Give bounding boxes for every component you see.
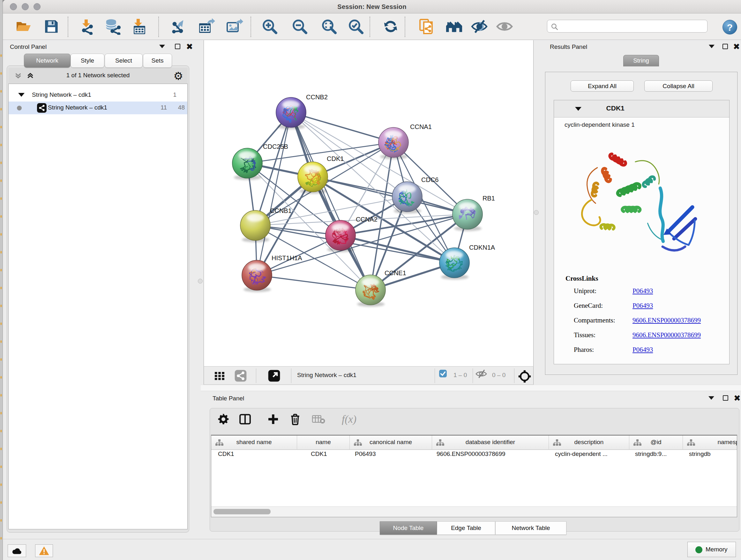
zoom-in-button[interactable] [261,18,278,35]
column-header-description[interactable]: description [549,435,629,450]
column-header-namespace[interactable]: namespace [683,435,737,450]
table-cell[interactable]: CDK1 [311,450,327,463]
open-session-button[interactable] [15,18,32,35]
cloud-button[interactable] [8,544,26,557]
gene-section-header[interactable]: CDK1 [554,100,729,118]
fit-selected-crosshair-icon[interactable] [517,368,532,385]
node-RB1[interactable]: RB1 [453,195,495,231]
tab-network[interactable]: Network [24,54,71,68]
tab-network-table[interactable]: Network Table [495,521,566,535]
crosslink-link[interactable]: P06493 [632,302,653,310]
network-view-canvas[interactable]: CCNB2CCNA1CDC25BCDK1CDC6RB1CCNB1CCNA2CDK… [204,40,534,366]
column-header-database-identifier[interactable]: database identifier [432,435,549,450]
panel-close-icon[interactable]: ✖ [186,44,193,50]
copy-style-button[interactable] [418,18,435,35]
edge-CCNE1-CCNB2[interactable] [291,112,370,290]
node-CDC6[interactable]: CDC6 [392,176,439,213]
network-row[interactable]: String Network – cdk1 11 48 [9,102,187,114]
network-collection-row[interactable]: String Network – cdk1 1 [9,89,187,102]
node-CCNB2[interactable]: CCNB2 [276,94,328,129]
column-header-name[interactable]: name [297,435,350,450]
column-label: name [297,439,349,446]
split-columns-icon[interactable] [238,412,252,426]
tab-select[interactable]: Select [105,54,143,68]
column-header-canonical-name[interactable]: canonical name [350,435,432,450]
crosslink-link[interactable]: 9606.ENSP00000378699 [632,331,701,339]
add-column-icon[interactable] [266,412,280,426]
tab-string[interactable]: String [623,55,659,66]
search-input[interactable] [561,21,705,32]
table-cell[interactable]: stringdb:9... [635,450,667,463]
panel-float-icon[interactable] [175,44,180,49]
table-cell[interactable]: P06493 [355,450,376,463]
export-network-button[interactable] [170,18,187,35]
tab-node-table[interactable]: Node Table [380,521,437,535]
edge-CDK1-RB1[interactable] [313,177,468,214]
zoom-selected-button[interactable] [347,18,364,35]
node-CDK1[interactable]: CDK1 [298,155,344,194]
table-cell[interactable]: CDK1 [218,450,234,463]
table-horizontal-scrollbar[interactable] [211,506,737,517]
open-in-new-window-icon[interactable] [266,367,283,384]
save-session-button[interactable] [43,18,60,35]
panel-menu-caret-icon[interactable] [709,396,714,400]
function-builder-button[interactable]: f(x) [337,412,361,426]
zoom-out-button[interactable] [291,18,308,35]
panel-menu-caret-icon[interactable] [159,45,165,48]
warnings-button[interactable] [35,544,53,557]
collapse-all-button[interactable]: Collapse All [644,80,713,91]
left-splitter-handle[interactable] [198,279,203,284]
panel-menu-caret-icon[interactable] [709,45,715,48]
node-HIST1H1A[interactable]: HIST1H1A [242,254,302,292]
crosslink-link[interactable]: P06493 [632,287,653,295]
export-image-button[interactable] [226,18,243,35]
node-table: shared namenamecanonical namedatabase id… [211,435,737,517]
application-window: Session: New Session ? Control Panel ✖ N… [3,0,741,560]
right-splitter-handle[interactable] [534,210,539,215]
help-button[interactable]: ? [723,20,737,35]
table-panel-title: Table Panel [212,395,244,402]
memory-button[interactable]: Memory [687,542,736,557]
panel-close-icon[interactable]: ✖ [734,395,741,401]
column-header--id[interactable]: @id [629,435,683,450]
tab-edge-table[interactable]: Edge Table [437,521,495,535]
crosslink-link[interactable]: P06493 [632,346,653,354]
zoom-fit-button[interactable] [320,18,338,35]
node-CCNB1[interactable]: CCNB1 [240,207,292,242]
table-cell[interactable]: stringdb [689,450,711,463]
edge-CCNA1-CCNB2[interactable] [291,112,394,142]
tab-style[interactable]: Style [71,54,105,68]
refresh-view-button[interactable] [382,18,399,35]
delete-column-icon[interactable] [288,412,302,426]
export-table-button[interactable] [198,18,215,35]
network-share-badge-icon[interactable] [232,367,249,384]
table-options-gear-icon[interactable] [216,412,230,426]
birdseye-grid-icon[interactable] [211,367,228,384]
edge-CCNE1-HIST1H1A[interactable] [257,275,370,290]
hide-selected-button[interactable] [471,18,488,35]
selected-checkbox-icon[interactable] [439,369,448,378]
scrollbar-thumb[interactable] [213,509,271,514]
panel-float-icon[interactable] [723,395,728,401]
table-header-row: shared namenamecanonical namedatabase id… [211,435,737,450]
show-all-button[interactable] [496,18,513,35]
import-network-from-file-button[interactable] [78,18,95,35]
network-options-gear-icon[interactable]: ⚙ [174,70,183,82]
expand-all-button[interactable]: Expand All [570,80,634,91]
network-status-dot [17,106,22,111]
import-table-from-file-button[interactable] [131,18,148,35]
first-neighbors-button[interactable] [446,18,463,35]
tab-sets[interactable]: Sets [143,54,172,68]
edge-CCNB2-HIST1H1A[interactable] [257,112,291,275]
node-label-CDKN1A: CDKN1A [469,244,495,251]
panel-float-icon[interactable] [723,44,728,49]
column-header-shared-name[interactable]: shared name [211,435,297,450]
collection-expand-caret-icon[interactable] [18,93,24,97]
import-network-from-database-button[interactable] [105,18,122,35]
table-cell[interactable]: 9606.ENSP00000378699 [436,450,506,463]
table-cell[interactable]: cyclin-dependent ... [555,450,608,463]
node-CDKN1A[interactable]: CDKN1A [440,244,495,280]
panel-close-icon[interactable]: ✖ [733,44,740,50]
horizontal-splitter[interactable] [201,385,741,391]
crosslink-link[interactable]: 9606.ENSP00000378699 [632,316,701,324]
